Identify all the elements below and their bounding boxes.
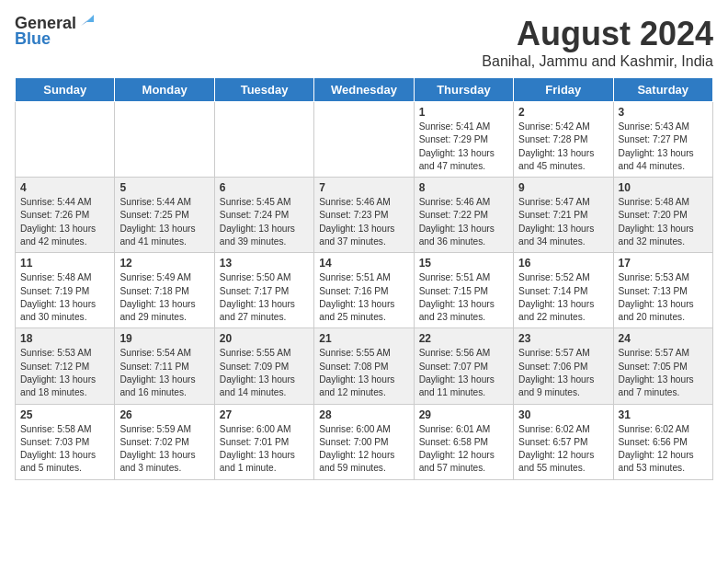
calendar-cell: 6Sunrise: 5:45 AM Sunset: 7:24 PM Daylig… bbox=[214, 178, 313, 253]
day-number: 3 bbox=[619, 106, 708, 119]
calendar-cell: 12Sunrise: 5:49 AM Sunset: 7:18 PM Dayli… bbox=[115, 253, 214, 328]
day-number: 18 bbox=[20, 332, 109, 345]
cell-content: Sunrise: 5:43 AM Sunset: 7:27 PM Dayligh… bbox=[619, 121, 708, 173]
calendar-cell: 10Sunrise: 5:48 AM Sunset: 7:20 PM Dayli… bbox=[613, 178, 712, 253]
weekday-header-thursday: Thursday bbox=[414, 78, 513, 102]
calendar-cell: 14Sunrise: 5:51 AM Sunset: 7:16 PM Dayli… bbox=[314, 253, 414, 328]
day-number: 22 bbox=[419, 332, 508, 345]
logo-blue: Blue bbox=[15, 29, 51, 49]
calendar-cell: 27Sunrise: 6:00 AM Sunset: 7:01 PM Dayli… bbox=[214, 404, 313, 479]
calendar-cell: 23Sunrise: 5:57 AM Sunset: 7:06 PM Dayli… bbox=[514, 328, 613, 404]
cell-content: Sunrise: 5:49 AM Sunset: 7:18 PM Dayligh… bbox=[119, 271, 209, 324]
cell-content: Sunrise: 5:56 AM Sunset: 7:07 PM Dayligh… bbox=[419, 347, 508, 399]
calendar-cell bbox=[16, 102, 115, 178]
cell-content: Sunrise: 5:57 AM Sunset: 7:05 PM Dayligh… bbox=[619, 347, 708, 399]
calendar-cell: 29Sunrise: 6:01 AM Sunset: 6:58 PM Dayli… bbox=[414, 404, 513, 479]
calendar-cell: 15Sunrise: 5:51 AM Sunset: 7:15 PM Dayli… bbox=[414, 253, 513, 328]
calendar-header-row: SundayMondayTuesdayWednesdayThursdayFrid… bbox=[16, 78, 713, 102]
cell-content: Sunrise: 5:53 AM Sunset: 7:12 PM Dayligh… bbox=[20, 347, 109, 399]
cell-content: Sunrise: 5:44 AM Sunset: 7:26 PM Dayligh… bbox=[20, 196, 109, 248]
cell-content: Sunrise: 5:48 AM Sunset: 7:19 PM Dayligh… bbox=[20, 271, 109, 324]
cell-content: Sunrise: 5:55 AM Sunset: 7:09 PM Dayligh… bbox=[220, 347, 309, 399]
day-number: 23 bbox=[518, 332, 608, 345]
day-number: 9 bbox=[518, 181, 608, 194]
calendar-week-row: 11Sunrise: 5:48 AM Sunset: 7:19 PM Dayli… bbox=[16, 253, 713, 328]
cell-content: Sunrise: 5:58 AM Sunset: 7:03 PM Dayligh… bbox=[20, 423, 109, 476]
cell-content: Sunrise: 5:44 AM Sunset: 7:25 PM Dayligh… bbox=[119, 196, 209, 248]
cell-content: Sunrise: 5:42 AM Sunset: 7:28 PM Dayligh… bbox=[518, 121, 608, 173]
day-number: 31 bbox=[619, 408, 708, 421]
cell-content: Sunrise: 5:54 AM Sunset: 7:11 PM Dayligh… bbox=[119, 347, 209, 399]
calendar-cell: 25Sunrise: 5:58 AM Sunset: 7:03 PM Dayli… bbox=[16, 404, 115, 479]
cell-content: Sunrise: 5:53 AM Sunset: 7:13 PM Dayligh… bbox=[619, 271, 708, 324]
day-number: 27 bbox=[220, 408, 309, 421]
cell-content: Sunrise: 5:59 AM Sunset: 7:02 PM Dayligh… bbox=[119, 423, 209, 476]
calendar-cell: 20Sunrise: 5:55 AM Sunset: 7:09 PM Dayli… bbox=[214, 328, 313, 404]
calendar-cell: 13Sunrise: 5:50 AM Sunset: 7:17 PM Dayli… bbox=[214, 253, 313, 328]
calendar-cell: 31Sunrise: 6:02 AM Sunset: 6:56 PM Dayli… bbox=[613, 404, 712, 479]
cell-content: Sunrise: 5:48 AM Sunset: 7:20 PM Dayligh… bbox=[619, 196, 708, 248]
calendar-cell: 17Sunrise: 5:53 AM Sunset: 7:13 PM Dayli… bbox=[613, 253, 712, 328]
day-number: 6 bbox=[220, 181, 309, 194]
day-number: 8 bbox=[419, 181, 508, 194]
cell-content: Sunrise: 6:00 AM Sunset: 7:00 PM Dayligh… bbox=[319, 423, 408, 476]
calendar-week-row: 4Sunrise: 5:44 AM Sunset: 7:26 PM Daylig… bbox=[16, 178, 713, 253]
day-number: 19 bbox=[119, 332, 209, 345]
logo: General Blue bbox=[15, 15, 94, 49]
page-header: General Blue August 2024 Banihal, Jammu … bbox=[15, 15, 713, 70]
day-number: 20 bbox=[220, 332, 309, 345]
calendar-cell: 2Sunrise: 5:42 AM Sunset: 7:28 PM Daylig… bbox=[514, 102, 613, 178]
calendar-cell: 11Sunrise: 5:48 AM Sunset: 7:19 PM Dayli… bbox=[16, 253, 115, 328]
calendar-cell: 3Sunrise: 5:43 AM Sunset: 7:27 PM Daylig… bbox=[613, 102, 712, 178]
calendar-cell: 16Sunrise: 5:52 AM Sunset: 7:14 PM Dayli… bbox=[514, 253, 613, 328]
calendar-cell: 22Sunrise: 5:56 AM Sunset: 7:07 PM Dayli… bbox=[414, 328, 513, 404]
calendar-cell: 4Sunrise: 5:44 AM Sunset: 7:26 PM Daylig… bbox=[16, 178, 115, 253]
day-number: 25 bbox=[20, 408, 109, 421]
calendar-week-row: 1Sunrise: 5:41 AM Sunset: 7:29 PM Daylig… bbox=[16, 102, 713, 178]
weekday-header-wednesday: Wednesday bbox=[314, 78, 414, 102]
cell-content: Sunrise: 6:02 AM Sunset: 6:57 PM Dayligh… bbox=[518, 423, 608, 476]
cell-content: Sunrise: 5:46 AM Sunset: 7:23 PM Dayligh… bbox=[319, 196, 408, 248]
day-number: 16 bbox=[518, 257, 608, 270]
calendar-cell: 21Sunrise: 5:55 AM Sunset: 7:08 PM Dayli… bbox=[314, 328, 414, 404]
calendar-cell: 8Sunrise: 5:46 AM Sunset: 7:22 PM Daylig… bbox=[414, 178, 513, 253]
cell-content: Sunrise: 6:00 AM Sunset: 7:01 PM Dayligh… bbox=[220, 423, 309, 476]
title-block: August 2024 Banihal, Jammu and Kashmir, … bbox=[482, 15, 713, 70]
day-number: 21 bbox=[319, 332, 408, 345]
calendar-cell: 18Sunrise: 5:53 AM Sunset: 7:12 PM Dayli… bbox=[16, 328, 115, 404]
calendar-cell: 24Sunrise: 5:57 AM Sunset: 7:05 PM Dayli… bbox=[613, 328, 712, 404]
calendar-week-row: 18Sunrise: 5:53 AM Sunset: 7:12 PM Dayli… bbox=[16, 328, 713, 404]
calendar-cell: 30Sunrise: 6:02 AM Sunset: 6:57 PM Dayli… bbox=[514, 404, 613, 479]
day-number: 5 bbox=[119, 181, 209, 194]
day-number: 15 bbox=[419, 257, 508, 270]
weekday-header-monday: Monday bbox=[115, 78, 214, 102]
calendar-table: SundayMondayTuesdayWednesdayThursdayFrid… bbox=[15, 77, 713, 480]
calendar-cell bbox=[115, 102, 214, 178]
day-number: 10 bbox=[619, 181, 708, 194]
day-number: 26 bbox=[119, 408, 209, 421]
calendar-week-row: 25Sunrise: 5:58 AM Sunset: 7:03 PM Dayli… bbox=[16, 404, 713, 479]
cell-content: Sunrise: 6:02 AM Sunset: 6:56 PM Dayligh… bbox=[619, 423, 708, 476]
calendar-cell: 7Sunrise: 5:46 AM Sunset: 7:23 PM Daylig… bbox=[314, 178, 414, 253]
cell-content: Sunrise: 5:51 AM Sunset: 7:15 PM Dayligh… bbox=[419, 271, 508, 324]
cell-content: Sunrise: 5:45 AM Sunset: 7:24 PM Dayligh… bbox=[220, 196, 309, 248]
calendar-cell: 28Sunrise: 6:00 AM Sunset: 7:00 PM Dayli… bbox=[314, 404, 414, 479]
day-number: 13 bbox=[220, 257, 309, 270]
calendar-cell: 19Sunrise: 5:54 AM Sunset: 7:11 PM Dayli… bbox=[115, 328, 214, 404]
cell-content: Sunrise: 6:01 AM Sunset: 6:58 PM Dayligh… bbox=[419, 423, 508, 476]
day-number: 11 bbox=[20, 257, 109, 270]
calendar-cell: 9Sunrise: 5:47 AM Sunset: 7:21 PM Daylig… bbox=[514, 178, 613, 253]
weekday-header-sunday: Sunday bbox=[16, 78, 115, 102]
calendar-cell: 26Sunrise: 5:59 AM Sunset: 7:02 PM Dayli… bbox=[115, 404, 214, 479]
day-number: 17 bbox=[619, 257, 708, 270]
cell-content: Sunrise: 5:41 AM Sunset: 7:29 PM Dayligh… bbox=[419, 121, 508, 173]
cell-content: Sunrise: 5:52 AM Sunset: 7:14 PM Dayligh… bbox=[518, 271, 608, 324]
cell-content: Sunrise: 5:55 AM Sunset: 7:08 PM Dayligh… bbox=[319, 347, 408, 399]
cell-content: Sunrise: 5:50 AM Sunset: 7:17 PM Dayligh… bbox=[220, 271, 309, 324]
cell-content: Sunrise: 5:47 AM Sunset: 7:21 PM Dayligh… bbox=[518, 196, 608, 248]
day-number: 2 bbox=[518, 106, 608, 119]
cell-content: Sunrise: 5:57 AM Sunset: 7:06 PM Dayligh… bbox=[518, 347, 608, 399]
calendar-cell bbox=[214, 102, 313, 178]
logo-bird-icon bbox=[77, 13, 94, 29]
weekday-header-friday: Friday bbox=[514, 78, 613, 102]
